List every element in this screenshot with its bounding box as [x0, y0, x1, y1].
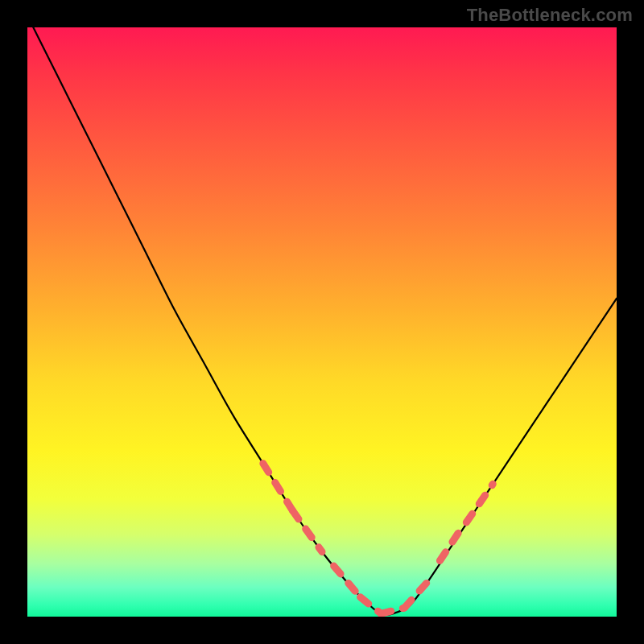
highlight-segment [263, 464, 293, 511]
highlight-segment [361, 597, 382, 614]
chart-frame: TheBottleneck.com [0, 0, 644, 644]
highlight-segment [292, 510, 322, 551]
highlight-segment [381, 608, 404, 613]
bottleneck-curve [27, 27, 617, 615]
plot-area [27, 27, 617, 617]
highlight-segments [263, 464, 493, 614]
highlight-segment [404, 581, 427, 608]
highlight-segment [440, 526, 463, 561]
highlight-segment [334, 566, 361, 597]
watermark-text: TheBottleneck.com [467, 5, 633, 26]
bottleneck-curve-svg [27, 27, 617, 617]
